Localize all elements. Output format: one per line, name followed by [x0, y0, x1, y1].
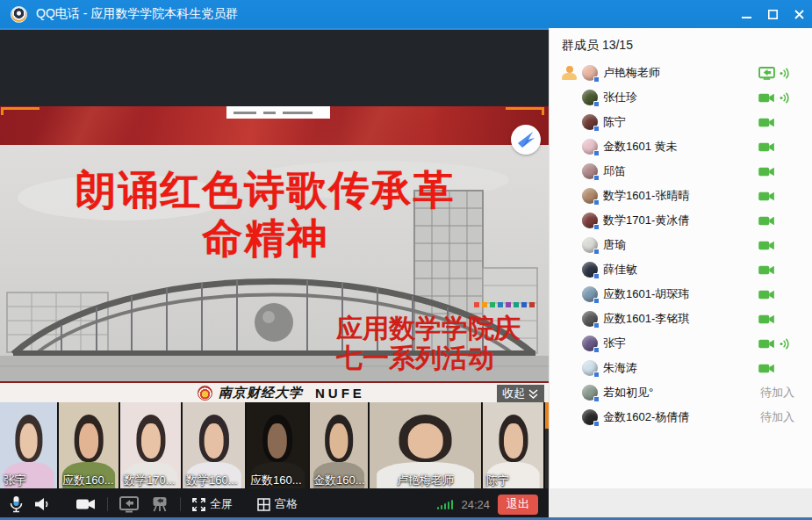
close-button[interactable] [786, 0, 812, 28]
presentation-slide: 朗诵红色诗歌传承革 命精神 应用数学学院庆 七一系列活动 南京财经大学 NUFE… [0, 106, 549, 402]
camera-on-icon [758, 363, 775, 374]
video-thumbnail[interactable]: 张宇 [0, 402, 57, 488]
waiting-to-join-label: 待加入 [760, 405, 794, 430]
member-name: 朱海涛 [603, 360, 637, 376]
member-row[interactable]: 张宇 [550, 331, 812, 356]
camera-on-icon [758, 215, 775, 227]
member-row[interactable]: 应数1601-胡琛玮 [550, 282, 812, 307]
video-badge-icon [593, 347, 600, 353]
camera-on-icon [758, 92, 775, 104]
member-avatar [582, 163, 598, 179]
thumbnail-name: 数学170... [120, 473, 181, 488]
collapse-button[interactable]: 收起 [497, 385, 544, 402]
video-badge-icon [593, 298, 600, 304]
member-avatar [582, 65, 598, 81]
video-thumbnail[interactable]: 应数160... [59, 402, 119, 488]
member-avatar [582, 213, 598, 228]
video-badge-icon [593, 224, 600, 230]
video-thumbnail[interactable]: 金数160... [310, 402, 368, 488]
audio-waves-icon [780, 92, 791, 104]
camera-button[interactable] [76, 488, 95, 520]
slide-title-line1: 朗诵红色诗歌传承革 [0, 166, 531, 214]
slide-subtitle-line2: 七一系列活动 [336, 343, 549, 373]
member-name: 张仕珍 [603, 90, 637, 105]
collapse-label: 收起 [502, 386, 525, 401]
maximize-button[interactable] [759, 0, 786, 28]
member-row[interactable]: 邱笛 [550, 159, 812, 184]
member-row[interactable]: 张仕珍 [550, 85, 812, 110]
thumbnail-name: 张宇 [0, 473, 57, 488]
member-avatar [582, 311, 598, 327]
thumbnail-name: 应数160... [247, 473, 308, 488]
member-name: 张宇 [603, 336, 626, 351]
video-thumbnail[interactable]: 应数160... [247, 402, 308, 488]
signal-strength-icon [437, 499, 454, 509]
screen-share-button[interactable] [119, 488, 139, 520]
member-name: 卢艳梅老师 [603, 65, 660, 81]
member-row[interactable]: 陈宁 [550, 110, 812, 134]
member-name: 应数1601-李铭琪 [603, 311, 689, 327]
presentation-board-button[interactable] [151, 488, 169, 520]
member-avatar [582, 237, 598, 253]
video-badge-icon [593, 126, 600, 132]
member-row[interactable]: 卢艳梅老师 [550, 61, 812, 85]
video-badge-icon [593, 199, 600, 206]
video-thumbnail-strip: 张宇 应数160... 数学170... 数学160... 应数160... 金… [0, 402, 549, 488]
grid-label: 宫格 [275, 496, 298, 512]
video-badge-icon [593, 101, 600, 107]
selection-corner-left [1, 107, 40, 115]
member-name: 数学1701-黄冰倩 [603, 213, 689, 228]
fullscreen-button[interactable]: 全屏 [192, 496, 233, 512]
video-thumbnail[interactable]: 数学160... [183, 402, 245, 488]
member-name: 若如初见° [603, 385, 653, 401]
grid-view-button[interactable]: 宫格 [257, 496, 298, 512]
call-timer: 24:24 [461, 498, 490, 511]
video-badge-icon [593, 175, 600, 181]
university-abbr: NUFE [315, 386, 365, 401]
video-thumbnail[interactable]: 陈宁 [483, 402, 543, 488]
video-badge-icon [593, 150, 600, 156]
member-avatar [582, 188, 598, 204]
qq-call-icon [11, 6, 27, 23]
slide-title: 朗诵红色诗歌传承革 命精神 [0, 166, 531, 263]
slide-subtitle: 应用数学学院庆 七一系列活动 [336, 314, 549, 373]
video-badge-icon [593, 249, 600, 255]
member-avatar [582, 286, 598, 302]
video-thumbnail[interactable]: 数学170... [120, 402, 181, 488]
shared-screen-stage: 朗诵红色诗歌传承革 命精神 应用数学学院庆 七一系列活动 南京财经大学 NUFE… [0, 28, 549, 488]
exit-call-button[interactable]: 退出 [498, 495, 538, 515]
bird-logo-icon [511, 125, 541, 155]
member-avatar [582, 336, 598, 351]
member-row[interactable]: 唐瑜 [550, 233, 812, 257]
member-name: 金数1601 黄未 [603, 139, 678, 155]
camera-on-icon [758, 289, 775, 300]
fullscreen-icon [192, 498, 205, 511]
thumbnail-name: 数学160... [183, 473, 245, 488]
share-icons-row [474, 302, 535, 307]
camera-on-icon [758, 166, 775, 177]
member-row[interactable]: 数学1701-黄冰倩 [550, 208, 812, 233]
video-badge-icon [593, 372, 600, 378]
member-name: 金数1602-杨倩倩 [603, 409, 689, 425]
member-row[interactable]: 朱海涛 [550, 356, 812, 380]
video-badge-icon [593, 76, 600, 83]
microphone-button[interactable] [9, 488, 24, 520]
thumbnail-name: 卢艳梅老师 [370, 473, 481, 488]
member-row[interactable]: 若如初见° 待加入 [550, 380, 812, 405]
member-row[interactable]: 数学1601-张晴晴 [550, 184, 812, 208]
double-chevron-down-icon [528, 388, 539, 400]
video-badge-icon [593, 396, 600, 402]
member-row[interactable]: 金数1602-杨倩倩 待加入 [550, 405, 812, 430]
fullscreen-label: 全屏 [210, 496, 233, 512]
member-row[interactable]: 应数1601-李铭琪 [550, 307, 812, 331]
sidebar-footer-area [549, 488, 812, 520]
member-avatar [582, 114, 598, 130]
grid-icon [257, 498, 270, 511]
minimize-button[interactable] [733, 0, 759, 28]
speaker-button[interactable] [34, 488, 50, 520]
video-thumbnail-speaker[interactable]: 卢艳梅老师 [370, 402, 481, 488]
member-row[interactable]: 金数1601 黄未 [550, 134, 812, 159]
window-title: QQ电话 - 应用数学学院本科生党员群 [36, 6, 238, 22]
member-row[interactable]: 薛佳敏 [550, 257, 812, 282]
member-name: 应数1601-胡琛玮 [603, 286, 689, 302]
